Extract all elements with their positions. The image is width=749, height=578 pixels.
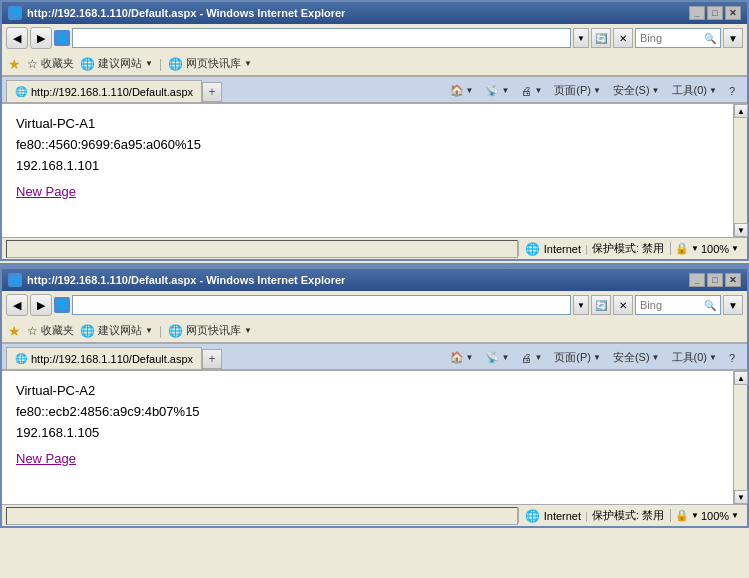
search-input-2[interactable] — [640, 299, 700, 311]
zoom-label-1: 100% — [701, 243, 729, 255]
zoom-arrow-2: ▼ — [691, 511, 699, 520]
address-input-1[interactable]: http://192.168.1.110/Default.aspx — [72, 28, 571, 48]
scroll-down-btn-2[interactable]: ▼ — [734, 490, 748, 504]
quicklinks-1[interactable]: 🌐 网页快讯库 ▼ — [168, 56, 252, 71]
address-input-2[interactable]: http://192.168.1.110/Default.aspx — [72, 295, 571, 315]
fav-separator-2: | — [159, 324, 162, 338]
lock-icon-1: 🔒 — [675, 242, 689, 255]
favorites-menu-1[interactable]: ☆ 收藏夹 — [27, 56, 74, 71]
ie-logo-icon-2: 🌐 — [8, 273, 22, 287]
new-page-link-1[interactable]: New Page — [16, 184, 76, 199]
tools-btn-2[interactable]: 工具(0) ▼ — [668, 348, 721, 367]
title-bar-left-2: 🌐 http://192.168.1.110/Default.aspx - Wi… — [8, 273, 345, 287]
safety-btn-2[interactable]: 安全(S) ▼ — [609, 348, 664, 367]
refresh-icon-2[interactable]: 🔄 — [591, 295, 611, 315]
safety-btn-1[interactable]: 安全(S) ▼ — [609, 81, 664, 100]
feeds-btn-2[interactable]: 📡 ▼ — [481, 349, 513, 366]
maximize-button-2[interactable]: □ — [707, 273, 723, 287]
back-button-1[interactable]: ◀ — [6, 27, 28, 49]
page-label-1: 页面(P) — [554, 83, 591, 98]
stop-icon-1[interactable]: ✕ — [613, 28, 633, 48]
search-input-1[interactable] — [640, 32, 700, 44]
ie-logo-icon-1: 🌐 — [8, 6, 22, 20]
scroll-up-btn-2[interactable]: ▲ — [734, 371, 748, 385]
feeds-btn-1[interactable]: 📡 ▼ — [481, 82, 513, 99]
print-btn-1[interactable]: 🖨 ▼ — [517, 83, 546, 99]
search-options-btn-1[interactable]: ▼ — [723, 28, 743, 48]
stop-icon-2[interactable]: ✕ — [613, 295, 633, 315]
favorites-menu-2[interactable]: ☆ 收藏夹 — [27, 323, 74, 338]
forward-button-2[interactable]: ▶ — [30, 294, 52, 316]
fav-separator-1: | — [159, 57, 162, 71]
tab-label-2: http://192.168.1.110/Default.aspx — [31, 353, 193, 365]
search-container-1: 🔍 — [635, 28, 721, 48]
tab-label-1: http://192.168.1.110/Default.aspx — [31, 86, 193, 98]
content-area-wrapper-1: Virtual-PC-A1 fe80::4560:9699:6a95:a060%… — [2, 102, 747, 237]
home-btn-2[interactable]: 🏠 ▼ — [446, 349, 478, 366]
suggest-label-2: 建议网站 — [98, 323, 142, 338]
scrollbar-1: ▲ ▼ — [733, 104, 747, 237]
safety-label-1: 安全(S) — [613, 83, 650, 98]
scroll-down-btn-1[interactable]: ▼ — [734, 223, 748, 237]
zone-text-2: Internet — [544, 510, 581, 522]
refresh-icon-1[interactable]: 🔄 — [591, 28, 611, 48]
search-button-2[interactable]: 🔍 — [704, 300, 716, 311]
active-tab-2[interactable]: 🌐 http://192.168.1.110/Default.aspx — [6, 347, 202, 369]
page-label-2: 页面(P) — [554, 350, 591, 365]
suggest-arrow-2: ▼ — [145, 326, 153, 335]
zoom-label-2: 100% — [701, 510, 729, 522]
favorites-bar-2: ★ ☆ 收藏夹 🌐 建议网站 ▼ | 🌐 网页快讯库 ▼ — [2, 319, 747, 343]
minimize-button-1[interactable]: _ — [689, 6, 705, 20]
title-bar-2: 🌐 http://192.168.1.110/Default.aspx - Wi… — [2, 269, 747, 291]
star-icon-2: ★ — [8, 323, 21, 339]
zone-separator-1: | — [585, 243, 588, 255]
quicklinks-2[interactable]: 🌐 网页快讯库 ▼ — [168, 323, 252, 338]
favorites-label-1: 收藏夹 — [41, 56, 74, 71]
zone-text-1: Internet — [544, 243, 581, 255]
search-button-1[interactable]: 🔍 — [704, 33, 716, 44]
address-bar-container-2: 🌐 http://192.168.1.110/Default.aspx ▼ — [54, 295, 589, 315]
address-dropdown-1[interactable]: ▼ — [573, 28, 589, 48]
ipv6-2: fe80::ecb2:4856:a9c9:4b07%15 — [16, 402, 719, 423]
scroll-track-2[interactable] — [734, 385, 747, 490]
page-btn-2[interactable]: 页面(P) ▼ — [550, 348, 605, 367]
tab-command-row-1: 🌐 http://192.168.1.110/Default.aspx + 🏠 … — [2, 77, 747, 102]
maximize-button-1[interactable]: □ — [707, 6, 723, 20]
close-button-1[interactable]: ✕ — [725, 6, 741, 20]
content-main-1: Virtual-PC-A1 fe80::4560:9699:6a95:a060%… — [2, 104, 733, 237]
window-title-1: http://192.168.1.110/Default.aspx - Wind… — [27, 7, 345, 19]
safety-label-2: 安全(S) — [613, 350, 650, 365]
suggest-site-2[interactable]: 🌐 建议网站 ▼ — [80, 323, 153, 338]
quicklinks-icon-2: 🌐 — [168, 324, 183, 338]
active-tab-1[interactable]: 🌐 http://192.168.1.110/Default.aspx — [6, 80, 202, 102]
new-tab-button-2[interactable]: + — [202, 349, 222, 369]
back-button-2[interactable]: ◀ — [6, 294, 28, 316]
forward-button-1[interactable]: ▶ — [30, 27, 52, 49]
suggest-icon-2: 🌐 — [80, 324, 95, 338]
hostname-1: Virtual-PC-A1 — [16, 114, 719, 135]
scroll-up-btn-1[interactable]: ▲ — [734, 104, 748, 118]
suggest-site-1[interactable]: 🌐 建议网站 ▼ — [80, 56, 153, 71]
tools-btn-1[interactable]: 工具(0) ▼ — [668, 81, 721, 100]
close-button-2[interactable]: ✕ — [725, 273, 741, 287]
new-page-link-2[interactable]: New Page — [16, 451, 76, 466]
ipv4-2: 192.168.1.105 — [16, 423, 719, 444]
help-btn-1[interactable]: ? — [725, 83, 739, 99]
favorites-icon-2: ☆ — [27, 324, 38, 338]
zone-icon-1: 🌐 — [525, 242, 540, 256]
address-dropdown-2[interactable]: ▼ — [573, 295, 589, 315]
page-btn-1[interactable]: 页面(P) ▼ — [550, 81, 605, 100]
home-btn-1[interactable]: 🏠 ▼ — [446, 82, 478, 99]
star-icon-1: ★ — [8, 56, 21, 72]
content-area-wrapper-2: Virtual-PC-A2 fe80::ecb2:4856:a9c9:4b07%… — [2, 369, 747, 504]
help-btn-2[interactable]: ? — [725, 350, 739, 366]
print-btn-2[interactable]: 🖨 ▼ — [517, 350, 546, 366]
tab-command-row-2: 🌐 http://192.168.1.110/Default.aspx + 🏠 … — [2, 344, 747, 369]
scroll-track-1[interactable] — [734, 118, 747, 223]
tools-arrow-2: ▼ — [709, 353, 717, 362]
address-ie-icon-1: 🌐 — [54, 30, 70, 46]
new-tab-button-1[interactable]: + — [202, 82, 222, 102]
tab-ie-icon-2: 🌐 — [15, 353, 27, 364]
minimize-button-2[interactable]: _ — [689, 273, 705, 287]
search-options-btn-2[interactable]: ▼ — [723, 295, 743, 315]
